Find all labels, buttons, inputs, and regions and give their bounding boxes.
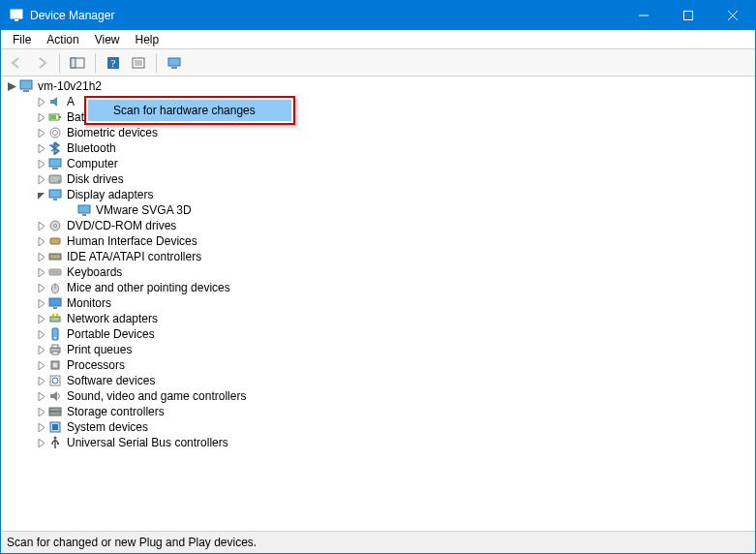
tree-item-label: Disk drives: [67, 172, 124, 186]
forward-button[interactable]: [30, 51, 53, 75]
svg-rect-3: [639, 15, 649, 16]
svg-point-25: [58, 180, 60, 182]
software-icon: [47, 373, 63, 388]
context-menu-scan-hardware[interactable]: Scan for hardware changes: [88, 100, 291, 121]
tree-item[interactable]: Computer: [20, 156, 755, 171]
tree-item[interactable]: Bluetooth: [20, 140, 755, 156]
tree-item[interactable]: Disk drives: [20, 171, 755, 187]
expander-closed-icon[interactable]: [34, 389, 47, 403]
maximize-button[interactable]: [666, 1, 711, 30]
expander-closed-icon[interactable]: [34, 172, 47, 186]
tree-item[interactable]: Portable Devices: [20, 326, 755, 342]
expander-closed-icon[interactable]: [34, 343, 47, 356]
tree-item[interactable]: Network adapters: [20, 311, 755, 326]
menubar: File Action View Help: [1, 30, 755, 49]
expander-closed-icon[interactable]: [34, 141, 47, 155]
tree-item[interactable]: Biometric devices: [20, 125, 755, 140]
tree-item-label: VMware SVGA 3D: [96, 203, 192, 217]
back-button[interactable]: [5, 51, 28, 75]
tree-item[interactable]: DVD/CD-ROM drives: [20, 218, 755, 233]
expander-closed-icon[interactable]: [34, 296, 47, 310]
menu-action[interactable]: Action: [39, 31, 86, 48]
expander-closed-icon[interactable]: [34, 250, 47, 263]
bluetooth-icon: [47, 140, 63, 156]
tree-item[interactable]: System devices: [20, 419, 755, 435]
computer-icon: [47, 156, 63, 171]
svg-rect-23: [52, 168, 58, 169]
menu-help[interactable]: Help: [128, 31, 167, 48]
tree-item[interactable]: Print queues: [20, 342, 755, 357]
tree-item[interactable]: Display adapters: [20, 187, 755, 202]
window-title: Device Manager: [30, 9, 114, 22]
expander-closed-icon[interactable]: [34, 312, 47, 325]
properties-button[interactable]: [127, 51, 150, 75]
tree-item[interactable]: Monitors: [20, 295, 755, 311]
keyboard-icon: [47, 264, 63, 280]
expander-closed-icon[interactable]: [34, 219, 47, 232]
minimize-button[interactable]: [621, 1, 666, 30]
svg-rect-44: [50, 317, 60, 322]
scan-hardware-button[interactable]: [163, 51, 186, 75]
expander-closed-icon[interactable]: [34, 405, 47, 418]
svg-rect-64: [57, 443, 59, 445]
svg-point-20: [50, 128, 60, 138]
ide-icon: [47, 249, 63, 264]
expander-closed-icon[interactable]: [34, 281, 47, 294]
svg-point-58: [58, 409, 60, 411]
expander-closed-icon[interactable]: [34, 327, 47, 341]
monitor-icon: [47, 295, 63, 311]
tree-root-node[interactable]: vm-10v21h2: [5, 78, 755, 94]
tree-item[interactable]: IDE ATA/ATAPI controllers: [20, 249, 755, 264]
expander-closed-icon[interactable]: [34, 234, 47, 248]
show-hide-console-tree-button[interactable]: [66, 51, 89, 75]
tree-item[interactable]: Human Interface Devices: [20, 233, 755, 249]
tree-item-label: DVD/CD-ROM drives: [67, 219, 176, 232]
tree-item[interactable]: VMware SVGA 3D: [36, 202, 755, 218]
expander-closed-icon[interactable]: [34, 358, 47, 372]
svg-rect-18: [59, 116, 61, 118]
tree-item-label: Computer: [67, 157, 118, 170]
tree-item[interactable]: Storage controllers: [20, 404, 755, 419]
tree-item-label: Storage controllers: [67, 405, 165, 418]
portable-icon: [47, 326, 63, 342]
svg-rect-45: [52, 314, 54, 317]
expander-closed-icon[interactable]: [34, 420, 47, 434]
sound-icon: [47, 388, 63, 404]
svg-rect-16: [23, 90, 29, 92]
tree-item-label: Universal Serial Bus controllers: [67, 436, 228, 449]
svg-rect-13: [168, 58, 180, 66]
svg-point-62: [54, 437, 57, 440]
expander-icon[interactable]: [5, 79, 18, 93]
tree-item[interactable]: Processors: [20, 357, 755, 373]
menu-view[interactable]: View: [87, 31, 128, 48]
tree-item[interactable]: Universal Serial Bus controllers: [20, 435, 755, 450]
menu-file[interactable]: File: [5, 31, 39, 48]
tree-item[interactable]: Keyboards: [20, 264, 755, 280]
expander-closed-icon[interactable]: [34, 157, 47, 170]
svg-point-21: [53, 131, 58, 136]
display-icon: [47, 187, 63, 202]
svg-rect-28: [78, 205, 90, 213]
svg-rect-0: [11, 10, 22, 18]
expander-closed-icon[interactable]: [34, 265, 47, 279]
tree-item[interactable]: Sound, video and game controllers: [20, 388, 755, 404]
svg-rect-35: [54, 256, 56, 258]
svg-rect-34: [51, 256, 53, 258]
audio-icon: [47, 94, 63, 109]
help-button[interactable]: ?: [102, 51, 125, 75]
close-button[interactable]: [711, 1, 755, 30]
expander-closed-icon[interactable]: [34, 126, 47, 139]
network-icon: [47, 311, 63, 326]
tree-item[interactable]: Mice and other pointing devices: [20, 280, 755, 295]
expander-closed-icon[interactable]: [34, 436, 47, 449]
toolbar: ?: [1, 49, 755, 77]
expander-none: [63, 203, 76, 217]
expander-closed-icon[interactable]: [34, 95, 47, 108]
expander-closed-icon[interactable]: [34, 374, 47, 387]
device-tree-panel[interactable]: vm-10v21h2 Scan for hardware changes ABa…: [1, 77, 755, 532]
system-icon: [47, 419, 63, 435]
expander-closed-icon[interactable]: [34, 110, 47, 124]
printer-icon: [47, 342, 63, 357]
tree-item[interactable]: Software devices: [20, 373, 755, 388]
expander-open-icon[interactable]: [34, 188, 47, 201]
